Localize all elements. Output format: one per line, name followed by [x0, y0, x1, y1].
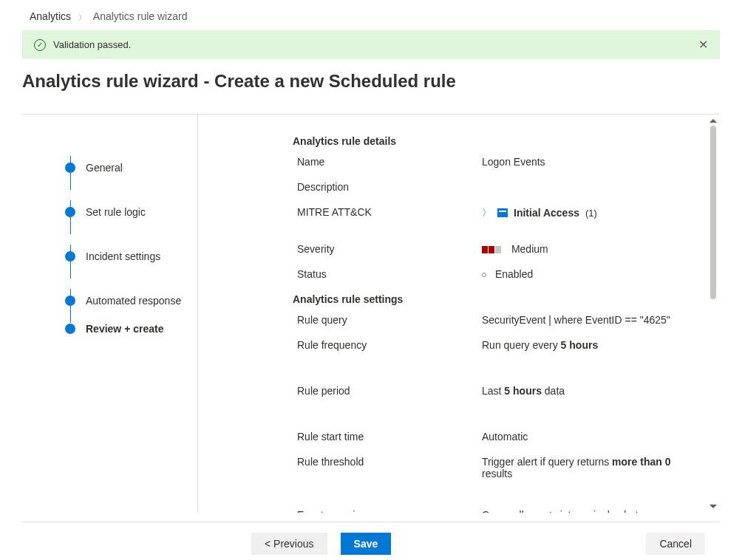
review-content: Analytics rule details Name Logon Events…: [198, 115, 720, 513]
step-dot-icon: [65, 207, 75, 217]
section-title-details: Analytics rule details: [293, 135, 698, 147]
mitre-tactic-name: Initial Access: [514, 207, 579, 219]
breadcrumb: Analytics 〉 Analytics rule wizard: [0, 0, 742, 30]
value-rule-frequency: Run query every 5 hours: [482, 339, 698, 351]
section-title-settings: Analytics rule settings: [293, 293, 698, 305]
label-status: Status: [293, 268, 482, 280]
close-icon[interactable]: ✕: [698, 38, 708, 52]
step-set-rule-logic[interactable]: Set rule logic: [65, 190, 197, 234]
breadcrumb-parent[interactable]: Analytics: [30, 10, 71, 22]
label-name: Name: [293, 156, 482, 168]
step-dot-icon: [65, 251, 75, 262]
value-mitre[interactable]: 〉 Initial Access (1): [482, 206, 698, 219]
mitre-tactic-count: (1): [585, 208, 597, 219]
scroll-down-icon[interactable]: [709, 505, 717, 508]
step-review-create[interactable]: Review + create: [65, 323, 197, 335]
label-event-grouping: Event grouping: [293, 509, 482, 513]
step-general[interactable]: General: [65, 146, 197, 190]
scroll-thumb[interactable]: [710, 126, 716, 299]
step-label: Automated response: [86, 295, 181, 307]
chevron-right-icon: 〉: [482, 206, 491, 219]
value-name: Logon Events: [482, 156, 698, 168]
step-dot-icon: [65, 163, 75, 173]
label-mitre: MITRE ATT&CK: [293, 206, 482, 218]
breadcrumb-current: Analytics rule wizard: [93, 10, 188, 22]
step-label: General: [86, 162, 123, 174]
scrollbar[interactable]: [708, 119, 718, 508]
value-rule-query: SecurityEvent | where EventID == "4625": [482, 314, 698, 326]
severity-indicator-icon: [482, 246, 501, 253]
previous-button[interactable]: < Previous: [251, 533, 327, 555]
mitre-tactic-icon: [497, 208, 508, 217]
cancel-button[interactable]: Cancel: [646, 533, 705, 555]
chevron-right-icon: 〉: [78, 13, 86, 21]
validation-message: Validation passed.: [53, 39, 131, 50]
label-rule-period: Rule period: [293, 385, 482, 397]
step-label: Incident settings: [86, 250, 160, 262]
value-event-grouping: Group all events into a single alert: [482, 509, 698, 513]
label-rule-frequency: Rule frequency: [293, 339, 482, 351]
status-indicator-icon: [482, 273, 486, 277]
label-rule-threshold: Rule threshold: [293, 456, 482, 468]
value-status: Enabled: [482, 268, 698, 280]
scroll-up-icon[interactable]: [709, 119, 717, 123]
step-automated-response[interactable]: Automated response: [65, 279, 197, 323]
step-dot-icon: [65, 296, 75, 306]
save-button[interactable]: Save: [341, 533, 392, 555]
check-circle-icon: ✓: [34, 39, 46, 51]
label-description: Description: [293, 181, 482, 193]
value-rule-threshold: Trigger alert if query returns more than…: [482, 456, 698, 479]
step-label: Review + create: [86, 323, 163, 335]
wizard-stepper: General Set rule logic Incident settings…: [22, 115, 198, 513]
value-rule-start: Automatic: [482, 431, 698, 443]
step-label: Set rule logic: [86, 206, 146, 218]
label-rule-start: Rule start time: [293, 431, 482, 443]
value-rule-period: Last 5 hours data: [482, 385, 698, 397]
validation-banner: ✓ Validation passed. ✕: [22, 30, 720, 59]
page-title: Analytics rule wizard - Create a new Sch…: [0, 66, 742, 100]
step-dot-icon: [65, 324, 75, 334]
label-severity: Severity: [293, 243, 482, 255]
value-severity: Medium: [482, 243, 698, 255]
step-incident-settings[interactable]: Incident settings: [65, 234, 197, 279]
wizard-footer: < Previous Save Cancel: [22, 522, 720, 560]
label-rule-query: Rule query: [293, 314, 482, 326]
